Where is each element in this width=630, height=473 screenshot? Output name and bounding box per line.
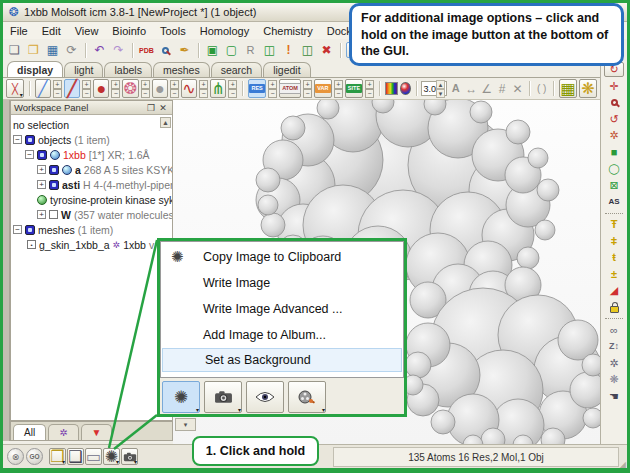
fullscreen-button[interactable]: ❑ [67,448,84,465]
new-file-icon[interactable]: ❏ [6,42,23,59]
tree-row-asti[interactable]: + asti H 4-(4-methyl-piper [13,177,172,192]
tree-row-skin-mesh[interactable]: • g_skin_1xbb_a ✲ 1xbb v [13,237,172,252]
expand-icon[interactable]: + [37,180,46,189]
surface-plus-minus[interactable]: +− [170,80,179,98]
window-layout-button[interactable]: ❐▾ [49,448,66,465]
fog-wedge-icon[interactable]: ◢ [604,283,624,298]
z-translate-icon[interactable]: Z↕ [604,339,624,354]
light-button[interactable]: ❋ [579,79,597,98]
tree-no-selection[interactable]: no selection [13,117,172,132]
atom-plus-minus[interactable]: +− [303,80,312,98]
lock-icon[interactable] [604,300,624,315]
redo-icon[interactable]: ↷ [110,42,127,59]
clip-back-icon[interactable]: ǂ [604,234,624,249]
select-all-icon[interactable]: ▣ [204,42,221,59]
tab-all[interactable]: All [13,424,46,440]
zoom-tool-icon[interactable] [604,95,624,110]
var-plus-minus[interactable]: +− [334,80,343,98]
scroll-down-stub[interactable]: ▾ [175,418,196,431]
sync-icon[interactable]: ⟳ [63,42,80,59]
menu-bioinfo[interactable]: Bioinfo [105,24,153,38]
site-plus-minus[interactable]: +− [365,80,374,98]
go-button[interactable]: GO [26,448,43,465]
z-rotate-tool-icon[interactable]: ↺ [604,112,624,127]
collapse-icon[interactable]: − [13,135,22,144]
menu-chemistry[interactable]: Chemistry [256,24,320,38]
cpk-plus-minus[interactable]: +− [141,80,150,98]
clip-slab-icon[interactable]: ŧ [604,250,624,265]
close-panel-button[interactable]: ✕ [157,103,169,113]
delete-selection-icon[interactable]: ✖ [318,42,335,59]
compass-icon[interactable]: ✒ [176,42,193,59]
rock-tool-icon[interactable]: ❋ [604,372,624,387]
panel-toggle-button[interactable]: ▭ [85,448,102,465]
angle-tool-icon[interactable]: ∠ [480,80,493,97]
spin-tool-icon[interactable]: ✲ [604,356,624,371]
label-tool-icon[interactable]: A [449,80,462,97]
zoom-spinner[interactable]: 3.0▴▾ [421,81,447,96]
colored-sticks-button[interactable]: ⋔ [210,79,226,98]
stick-style-button[interactable]: ╱ [64,79,80,98]
tree-row-objects[interactable]: − objects (1 item) [13,132,172,147]
image-button[interactable]: ✺▾ [103,448,120,465]
tab-meshes[interactable]: meshes [153,62,210,77]
ballstick-style-button[interactable]: ● [93,79,109,98]
residue-select-icon[interactable]: R [242,42,259,59]
ballstick-plus-minus[interactable]: +− [111,80,120,98]
snapshot-button[interactable]: ▾ [204,381,242,413]
clip-width-icon[interactable]: ± [604,267,624,282]
tab-selection-icon[interactable]: ▼ [81,424,113,440]
alert-icon[interactable]: ! [280,42,297,59]
float-panel-button[interactable]: ❐ [145,103,157,113]
tree-row-kinase[interactable]: tyrosine-protein kinase syk [13,192,172,207]
tree-scroll-up[interactable]: ▲ [160,117,171,128]
delete-label-icon[interactable]: ✕ [511,80,524,97]
brackets-icon[interactable]: ( ) [535,80,548,97]
tab-light[interactable]: light [64,62,103,77]
ribbon-style-button[interactable]: ∿ [181,79,197,98]
image-menu-button[interactable]: ✺▾ [162,381,200,413]
dock-handle[interactable] [3,100,10,441]
translate-tool-icon[interactable]: ✛ [604,79,624,94]
color-sphere-icon[interactable] [400,82,411,95]
clip-front-icon[interactable]: Ŧ [604,217,624,232]
atom-select-mode-icon[interactable]: AS [604,194,624,209]
res-labels-button[interactable]: RES [248,79,266,98]
tab-molecule-icon[interactable]: ✲ [48,424,78,440]
select-box-icon[interactable]: ▢ [223,42,240,59]
surface-style-button[interactable]: ● [152,79,168,98]
expand-icon[interactable]: + [37,210,46,219]
hand-tool-icon[interactable]: ☚ [604,389,624,404]
menu-view[interactable]: View [68,24,106,38]
menu-edit[interactable]: Edit [35,24,68,38]
save-view-button[interactable]: ▦ [559,79,577,98]
menu-item-write-image-advanced[interactable]: Write Image Advanced ... [161,296,403,322]
collapse-icon[interactable]: − [25,150,34,159]
collapse-icon[interactable]: − [13,225,22,234]
view-button[interactable] [246,381,284,413]
stop-button[interactable]: ⊗ [7,448,24,465]
menu-item-write-image[interactable]: Write Image [161,270,403,296]
workspace-panel-header[interactable]: Workspace Panel ❐ ✕ [11,101,172,115]
tree-row-chain-a[interactable]: + a 268 A 5 sites KSYK [13,162,172,177]
menu-file[interactable]: File [3,24,35,38]
open-file-icon[interactable]: ❐ [25,42,42,59]
wire-plus-minus[interactable]: +− [53,80,62,98]
select-rect-icon[interactable]: ■ [604,145,624,160]
atom-labels-button[interactable]: ATOM [279,79,301,98]
undo-icon[interactable]: ↶ [91,42,108,59]
tree-row-meshes[interactable]: − meshes (1 item) [13,222,172,237]
select-clear-icon[interactable]: ⊠ [604,178,624,193]
save-icon[interactable]: ▦ [44,42,61,59]
tree-row-water[interactable]: + W (357 water molecules [13,207,172,222]
link-selection-icon[interactable]: ◫ [261,42,278,59]
menu-tools[interactable]: Tools [153,24,193,38]
wire-off-button[interactable]: ╳▾ [6,79,24,98]
movie-button[interactable]: ▾ [288,381,326,413]
link-objects-icon[interactable]: ◫ [299,42,316,59]
stick-plus-minus[interactable]: +− [82,80,91,98]
menu-item-copy-image[interactable]: ✺ Copy Image to Clipboard [161,244,403,270]
expand-icon[interactable]: + [37,165,46,174]
var-labels-button[interactable]: VAR [314,79,332,98]
menu-item-set-as-background[interactable]: Set as Background [162,348,402,372]
